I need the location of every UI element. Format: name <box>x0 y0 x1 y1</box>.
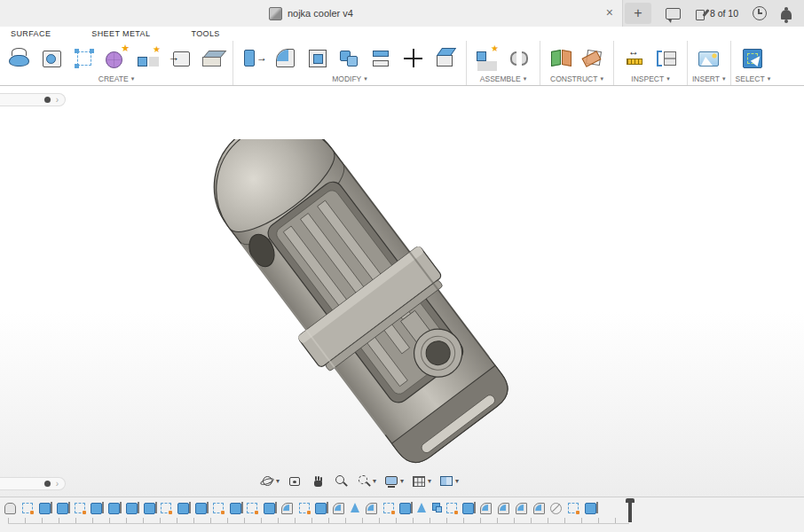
timeline-feature-fillet[interactable] <box>333 503 344 514</box>
dropdown-caret-icon[interactable]: ▾ <box>400 477 404 485</box>
tab-surface[interactable]: SURFACE <box>11 29 51 38</box>
dropdown-caret-icon[interactable]: ▾ <box>276 477 280 485</box>
timeline-feature-sketch[interactable] <box>299 503 310 513</box>
timeline-feature-combine[interactable] <box>432 503 440 511</box>
create-sketch-icon[interactable] <box>71 45 98 72</box>
timeline-playhead[interactable] <box>628 501 632 522</box>
timeline-feature-sketch[interactable] <box>213 503 224 513</box>
pan-button[interactable] <box>310 473 327 489</box>
close-tab-icon[interactable]: × <box>606 5 613 20</box>
tab-sheet-metal[interactable]: SHEET METAL <box>91 29 150 38</box>
editable-documents-count: 8 of 10 <box>710 8 738 19</box>
display-settings-button[interactable]: ▾ <box>383 473 405 489</box>
timeline-feature-extrude[interactable] <box>39 503 51 514</box>
chevron-down-icon: ▾ <box>666 75 670 82</box>
timeline-feature-sketch[interactable] <box>247 503 257 513</box>
notifications-icon[interactable] <box>781 10 792 20</box>
timeline-feature-sketch[interactable] <box>568 503 579 513</box>
ribbon-group-label[interactable]: CREATE ▾ <box>99 74 134 83</box>
timeline-feature-extrude[interactable] <box>230 503 241 514</box>
combine-icon[interactable] <box>336 45 363 72</box>
measure-icon[interactable] <box>621 45 648 72</box>
joint-icon[interactable] <box>506 45 532 72</box>
timeline-feature-extrude[interactable] <box>585 503 596 514</box>
select-icon[interactable] <box>739 45 766 72</box>
timeline-feature-fillet[interactable] <box>516 503 527 514</box>
timeline-feature-extrude[interactable] <box>108 503 120 514</box>
canvas-icon[interactable] <box>696 45 722 72</box>
timeline-feature-extrude[interactable] <box>144 503 155 514</box>
timeline-feature-extrude[interactable] <box>462 503 474 514</box>
dropdown-caret-icon[interactable]: ▾ <box>455 477 459 485</box>
new-tab-button[interactable]: + <box>625 3 651 24</box>
derive-icon[interactable] <box>167 45 193 72</box>
fit-button[interactable]: ▾ <box>356 473 377 489</box>
section-analysis-icon[interactable] <box>653 45 680 72</box>
dropdown-caret-icon[interactable]: ▾ <box>373 477 376 485</box>
timeline-feature-fillet[interactable] <box>498 503 509 514</box>
look-at-button[interactable] <box>287 473 303 489</box>
timeline-feature-form[interactable] <box>4 503 16 514</box>
timeline-feature-fillet[interactable] <box>281 503 293 514</box>
timeline-feature-extrude[interactable] <box>264 503 275 514</box>
timeline-feature-extrude[interactable] <box>195 503 207 514</box>
ribbon-group-label[interactable]: MODIFY ▾ <box>332 74 367 83</box>
timeline-feature-extrude[interactable] <box>399 503 411 514</box>
timeline-feature-fillet[interactable] <box>480 503 492 514</box>
timeline-feature-draft[interactable] <box>351 503 359 512</box>
create-form-icon[interactable] <box>103 45 130 72</box>
timeline-feature-sketch[interactable] <box>161 503 171 513</box>
timeline-feature-extrude[interactable] <box>57 503 68 514</box>
expand-chevron-icon[interactable]: › <box>56 480 59 489</box>
model-3d[interactable] <box>200 139 537 476</box>
job-status-icon[interactable] <box>753 6 767 20</box>
fillet-icon[interactable] <box>272 45 299 72</box>
browser-panel-collapsed[interactable]: › <box>0 93 66 106</box>
ribbon-group-label[interactable]: CONSTRUCT ▾ <box>550 74 603 83</box>
primitive-box-icon[interactable] <box>199 45 225 72</box>
emboss-icon[interactable] <box>39 45 66 72</box>
timeline-feature-sketch[interactable] <box>75 503 85 513</box>
grid-layout-button[interactable]: ▾ <box>411 473 432 489</box>
timeline-feature-sketch[interactable] <box>446 503 457 513</box>
ribbon-group: CREATE ▾ <box>0 41 233 85</box>
timeline-feature-sketch[interactable] <box>383 503 394 513</box>
timeline-feature-extrude[interactable] <box>315 503 327 514</box>
dropdown-caret-icon[interactable]: ▾ <box>428 477 431 485</box>
sweep-icon[interactable] <box>7 45 34 72</box>
new-component-icon[interactable] <box>474 45 501 72</box>
timeline-feature-extrude[interactable] <box>126 503 138 514</box>
timeline-feature-draft[interactable] <box>417 503 426 512</box>
construction-plane-icon[interactable] <box>548 45 574 72</box>
ribbon-group-label[interactable]: INSPECT ▾ <box>631 74 669 83</box>
timeline-ruler <box>8 518 629 524</box>
ribbon-group-label[interactable]: SELECT ▾ <box>736 74 771 83</box>
viewports-button[interactable]: ▾ <box>438 473 460 489</box>
timeline-feature-fillet[interactable] <box>533 503 545 514</box>
expand-chevron-icon[interactable]: › <box>56 96 59 105</box>
offset-face-icon[interactable] <box>368 45 395 72</box>
comment-icon[interactable] <box>666 8 681 20</box>
editable-documents-status[interactable]: 8 of 10 <box>695 8 738 20</box>
chevron-down-icon: ▾ <box>768 75 771 82</box>
replace-face-icon[interactable] <box>432 45 459 72</box>
ribbon-group-label[interactable]: INSERT ▾ <box>692 74 726 83</box>
shell-icon[interactable] <box>304 45 331 72</box>
timeline-feature-fillet[interactable] <box>366 503 377 514</box>
zoom-button[interactable] <box>333 473 350 489</box>
base-feature-icon[interactable] <box>135 45 162 72</box>
timeline-feature-suppressed[interactable] <box>550 503 562 514</box>
timeline-feature-extrude[interactable] <box>91 503 102 514</box>
timeline-feature-extrude[interactable] <box>177 503 189 514</box>
comments-panel-collapsed[interactable]: › <box>0 477 66 490</box>
move-copy-icon[interactable] <box>400 45 427 72</box>
tab-tools[interactable]: TOOLS <box>191 29 219 38</box>
press-pull-icon[interactable] <box>240 45 267 72</box>
viewport-canvas[interactable]: › <box>0 86 804 497</box>
ribbon-group-label[interactable]: ASSEMBLE ▾ <box>480 74 526 83</box>
document-tab[interactable]: nojka cooler v4 × <box>0 0 623 27</box>
timeline-feature-sketch[interactable] <box>22 503 33 513</box>
orbit-button[interactable]: ▾ <box>259 473 280 489</box>
construction-axis-icon[interactable] <box>579 45 606 72</box>
display-settings-icon <box>384 473 399 489</box>
